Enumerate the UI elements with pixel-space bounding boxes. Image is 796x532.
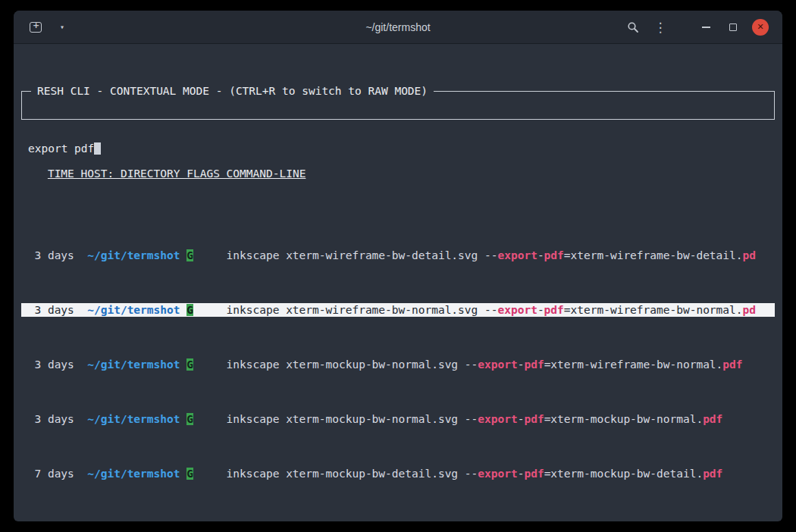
history-row[interactable]: 3 days ~/git/termshot G inkscape xterm-m…	[21, 412, 775, 426]
search-query-text: export pdf	[28, 142, 94, 155]
restore-button[interactable]	[723, 17, 743, 37]
terminal-window: ▾ ~/git/termshot ⋮	[14, 11, 782, 521]
history-row[interactable]: 3 days ~/git/termshot G inkscape xterm-w…	[21, 249, 775, 262]
row-command: inkscape xterm-mockup-bw-normal.svg --ex…	[227, 358, 775, 371]
minimize-icon	[702, 27, 710, 28]
history-row[interactable]: 3 days ~/git/termshot G inkscape xterm-w…	[21, 303, 775, 317]
row-time: 7 days	[21, 467, 74, 480]
search-icon	[627, 21, 639, 33]
git-flag-badge: G	[186, 413, 193, 425]
row-command: inkscape xterm-wireframe-bw-normal.svg -…	[227, 303, 775, 317]
desktop-background: ▾ ~/git/termshot ⋮	[0, 0, 796, 532]
history-row[interactable]: 7 days ~/git/termshot G inkscape xterm-m…	[21, 467, 775, 480]
search-input[interactable]: export pdf	[22, 133, 774, 160]
git-flag-badge: G	[186, 468, 193, 480]
row-host-directory: ~/git/termshot	[81, 412, 180, 426]
row-time: 3 days	[21, 303, 74, 317]
row-host-directory: ~/git/termshot	[81, 358, 180, 371]
tab-dropdown-button[interactable]: ▾	[52, 17, 72, 37]
row-flags: G	[186, 412, 220, 426]
text-cursor	[94, 142, 101, 155]
close-button[interactable]: ✕	[751, 17, 770, 37]
terminal-content: RESH CLI - CONTEXTUAL MODE - (CTRL+R to …	[14, 44, 782, 521]
minimize-button[interactable]	[696, 17, 716, 37]
row-time: 3 days	[21, 358, 74, 371]
row-command: inkscape xterm-mockup-bw-normal.svg --ex…	[227, 412, 775, 426]
git-flag-badge: G	[186, 249, 193, 261]
restore-icon	[729, 23, 737, 31]
row-flags: G	[186, 303, 220, 317]
history-list: 3 days ~/git/termshot G inkscape xterm-w…	[21, 221, 775, 521]
row-flags: G	[186, 249, 220, 262]
mode-title: RESH CLI - CONTEXTUAL MODE - (CTRL+R to …	[31, 84, 434, 98]
row-host-directory: ~/git/termshot	[81, 467, 180, 480]
close-icon: ✕	[752, 19, 769, 36]
row-host-directory: ~/git/termshot	[81, 303, 180, 317]
search-button[interactable]	[623, 17, 643, 37]
menu-button[interactable]: ⋮	[650, 17, 670, 37]
kebab-menu-icon: ⋮	[654, 20, 667, 35]
row-flags: G	[186, 467, 220, 480]
row-command: inkscape xterm-wireframe-bw-detail.svg -…	[227, 249, 775, 262]
row-command: inkscape xterm-mockup-bw-detail.svg --ex…	[227, 467, 775, 480]
git-flag-badge: G	[186, 358, 193, 371]
history-row[interactable]: 3 days ~/git/termshot G inkscape xterm-m…	[21, 358, 775, 371]
chevron-down-icon: ▾	[60, 23, 64, 31]
row-time: 3 days	[21, 412, 74, 426]
resh-search-panel: RESH CLI - CONTEXTUAL MODE - (CTRL+R to …	[21, 91, 775, 120]
titlebar[interactable]: ▾ ~/git/termshot ⋮	[14, 11, 782, 44]
row-host-directory: ~/git/termshot	[81, 249, 180, 262]
row-flags: G	[186, 358, 220, 371]
row-time: 3 days	[21, 249, 74, 262]
new-tab-icon	[30, 22, 42, 33]
git-flag-badge: G	[186, 304, 193, 316]
new-tab-button[interactable]	[26, 17, 45, 37]
